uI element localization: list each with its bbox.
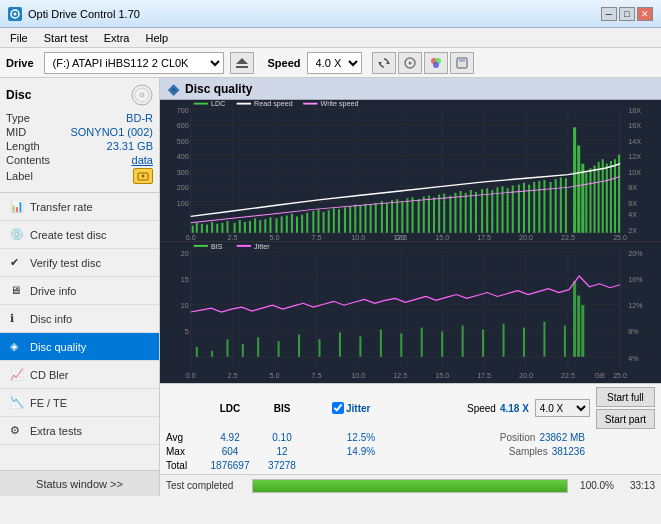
svg-rect-207 [380, 330, 382, 357]
menu-extra[interactable]: Extra [98, 30, 136, 46]
svg-rect-101 [359, 206, 361, 233]
svg-rect-220 [194, 245, 208, 247]
svg-rect-216 [564, 326, 566, 357]
svg-rect-209 [421, 328, 423, 357]
svg-rect-3 [236, 66, 248, 68]
svg-rect-217 [573, 281, 576, 357]
svg-text:18X: 18X [628, 107, 641, 114]
speed-label: Speed [268, 57, 301, 69]
svg-rect-72 [206, 225, 208, 233]
sidebar-item-create-test-disc[interactable]: 💿 Create test disc [0, 221, 159, 249]
extra-tests-icon: ⚙ [10, 424, 24, 438]
top-chart-svg: 700 600 500 400 300 200 100 18X 16X 14X … [160, 100, 661, 241]
sidebar-item-transfer-rate[interactable]: 📊 Transfer rate [0, 193, 159, 221]
start-full-button[interactable]: Start full [596, 387, 655, 407]
svg-rect-85 [276, 218, 278, 233]
progress-bar-container: Test completed 100.0% 33:13 [160, 474, 661, 496]
svg-rect-119 [454, 193, 456, 233]
svg-rect-104 [375, 203, 377, 233]
status-window-button[interactable]: Status window >> [0, 470, 159, 496]
length-key: Length [6, 140, 40, 152]
svg-rect-13 [459, 63, 465, 67]
svg-rect-94 [323, 212, 325, 233]
max-bis: 12 [256, 446, 308, 457]
cd-bler-icon: 📈 [10, 368, 24, 382]
drive-select[interactable]: (F:) ATAPI iHBS112 2 CL0K [44, 52, 224, 74]
svg-rect-211 [462, 326, 464, 357]
svg-rect-89 [296, 216, 298, 232]
svg-rect-97 [338, 209, 340, 233]
svg-text:GB: GB [395, 234, 406, 241]
sidebar-item-drive-info[interactable]: 🖥 Drive info [0, 277, 159, 305]
close-button[interactable]: ✕ [637, 7, 653, 21]
svg-rect-150 [610, 161, 612, 233]
svg-rect-136 [543, 180, 545, 233]
sidebar-item-cd-bler[interactable]: 📈 CD Bler [0, 361, 159, 389]
menu-file[interactable]: File [4, 30, 34, 46]
svg-rect-98 [344, 207, 346, 232]
svg-rect-134 [533, 182, 535, 233]
refresh-button[interactable] [372, 52, 396, 74]
svg-rect-100 [354, 205, 356, 233]
svg-rect-159 [160, 242, 661, 383]
svg-rect-114 [428, 196, 430, 233]
svg-text:12.5: 12.5 [393, 372, 407, 379]
svg-rect-124 [481, 189, 483, 233]
svg-rect-92 [312, 211, 314, 233]
svg-rect-198 [211, 351, 213, 357]
svg-rect-110 [406, 198, 408, 233]
disc-info-icon: ℹ [10, 312, 24, 326]
menu-start-test[interactable]: Start test [38, 30, 94, 46]
svg-rect-71 [201, 224, 203, 233]
disc-button[interactable] [398, 52, 422, 74]
minimize-button[interactable]: ─ [601, 7, 617, 21]
avg-bis: 0.10 [256, 432, 308, 443]
svg-rect-205 [339, 332, 341, 356]
progress-percent: 100.0% [574, 480, 614, 491]
svg-marker-5 [378, 62, 382, 65]
sidebar-item-fe-te[interactable]: 📉 FE / TE [0, 389, 159, 417]
svg-rect-139 [560, 177, 562, 232]
max-label: Max [166, 446, 204, 457]
speed-select-stats[interactable]: 4.0 X 2.0 X 8.0 X [535, 399, 590, 417]
svg-rect-138 [555, 179, 557, 233]
type-val: BD-R [126, 112, 153, 124]
svg-text:10X: 10X [628, 169, 641, 176]
maximize-button[interactable]: □ [619, 7, 635, 21]
sidebar-item-disc-quality[interactable]: ◈ Disc quality [0, 333, 159, 361]
sidebar-item-disc-info[interactable]: ℹ Disc info [0, 305, 159, 333]
svg-text:8%: 8% [628, 329, 638, 336]
svg-text:5.0: 5.0 [270, 234, 280, 241]
menu-help[interactable]: Help [139, 30, 174, 46]
samples-val: 381236 [552, 446, 585, 457]
color-button[interactable] [424, 52, 448, 74]
sidebar-item-verify-test-disc[interactable]: ✔ Verify test disc [0, 249, 159, 277]
svg-rect-78 [239, 220, 241, 233]
charts-area: 700 600 500 400 300 200 100 18X 16X 14X … [160, 100, 661, 383]
avg-ldc: 4.92 [204, 432, 256, 443]
jitter-checkbox[interactable] [332, 402, 344, 414]
content-header: ◈ Disc quality [160, 78, 661, 100]
disc-panel: Disc Type BD-R MID SONYNO1 (002) Length … [0, 78, 159, 193]
svg-text:20: 20 [181, 250, 189, 257]
speed-val: 4.18 X [500, 403, 529, 414]
eject-button[interactable] [230, 52, 254, 74]
total-ldc: 1876697 [204, 460, 256, 471]
svg-text:300: 300 [177, 169, 189, 176]
svg-rect-93 [317, 209, 319, 233]
avg-label: Avg [166, 432, 204, 443]
sidebar-item-extra-tests[interactable]: ⚙ Extra tests [0, 417, 159, 445]
svg-rect-125 [486, 188, 488, 233]
label-edit-icon[interactable] [133, 168, 153, 184]
contents-val[interactable]: data [132, 154, 153, 166]
svg-text:0.0: 0.0 [186, 234, 196, 241]
length-val: 23.31 GB [107, 140, 153, 152]
app-icon [8, 7, 22, 21]
svg-text:20%: 20% [628, 250, 642, 257]
start-part-button[interactable]: Start part [596, 409, 655, 429]
svg-rect-151 [614, 159, 616, 233]
svg-rect-157 [303, 103, 317, 105]
save-button[interactable] [450, 52, 474, 74]
svg-rect-149 [606, 164, 608, 233]
speed-select[interactable]: 4.0 X 2.0 X 1.0 X [307, 52, 362, 74]
